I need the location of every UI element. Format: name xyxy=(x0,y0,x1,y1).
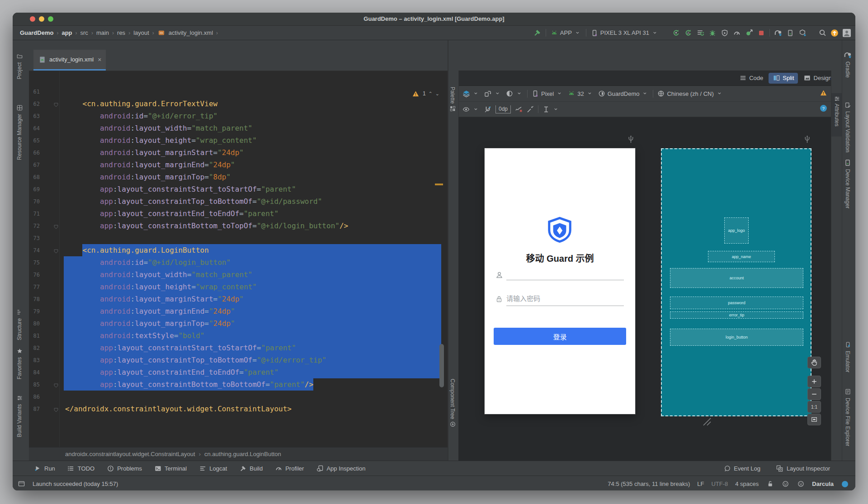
line-ending[interactable]: LF xyxy=(697,480,704,487)
zoom-ratio-button[interactable]: 1:1 xyxy=(807,401,821,413)
view-options-button[interactable] xyxy=(462,105,480,113)
breadcrumb-item-res[interactable]: res xyxy=(117,29,125,36)
zoom-fit-button[interactable] xyxy=(807,414,821,425)
lock-icon[interactable] xyxy=(766,480,774,488)
build-hammer-icon[interactable] xyxy=(533,29,542,37)
toolwindow-layout-inspector[interactable]: Layout Inspector xyxy=(776,464,830,472)
blueprint-error_tip[interactable]: error_tip xyxy=(670,311,803,319)
zoom-in-button[interactable] xyxy=(807,376,821,387)
guidelines-button[interactable] xyxy=(542,105,560,113)
minimize-window-button[interactable] xyxy=(39,16,44,22)
default-margin-select[interactable]: 0dp xyxy=(495,105,511,113)
stop-icon[interactable] xyxy=(757,29,765,37)
tab-attributes[interactable]: Attributes xyxy=(831,93,842,137)
sync-icon[interactable] xyxy=(696,29,704,37)
avatar[interactable] xyxy=(843,29,851,37)
sidebar-item-layout-validation[interactable]: Layout Validation xyxy=(844,101,852,152)
fold-marker-icon[interactable] xyxy=(53,101,59,107)
fold-marker-icon[interactable] xyxy=(53,382,59,387)
tab-palette[interactable]: Palette xyxy=(449,87,456,112)
toolwindow-event-log[interactable]: Event Log xyxy=(723,464,760,472)
toolwindow-build[interactable]: Build xyxy=(239,464,263,472)
clear-constraints-icon[interactable] xyxy=(514,105,523,113)
login-button-preview[interactable]: 登录 xyxy=(494,328,626,345)
toolwindow-profiler[interactable]: Profiler xyxy=(274,464,304,472)
theme-indicator-icon[interactable] xyxy=(841,480,849,488)
feedback-sad-icon[interactable] xyxy=(797,480,805,488)
run-configuration-select[interactable]: APP xyxy=(550,29,582,37)
fold-marker-icon[interactable] xyxy=(53,248,59,253)
device-manager-icon[interactable] xyxy=(786,29,794,37)
attach-debugger-icon[interactable] xyxy=(721,29,729,37)
breadcrumb-item-src[interactable]: src xyxy=(80,29,88,36)
editor-breadcrumb-item[interactable]: cn.authing.guard.LoginButton xyxy=(204,451,281,457)
account-input-underline[interactable] xyxy=(506,280,624,280)
editor-scrollbar-thumb[interactable] xyxy=(439,344,444,387)
blueprint-account[interactable]: account xyxy=(670,268,803,288)
mode-split-button[interactable]: Split xyxy=(769,73,797,84)
sidebar-item-device-file-explorer[interactable]: Device File Explorer xyxy=(844,387,852,446)
design-help[interactable]: ? xyxy=(819,104,827,114)
sidebar-item-resource-manager[interactable]: Resource Manager xyxy=(15,104,24,160)
autoconnect-icon[interactable] xyxy=(484,105,492,113)
blueprint-login_button[interactable]: login_button xyxy=(670,329,803,346)
api-version-select[interactable]: 32 xyxy=(567,89,594,98)
code-editor[interactable]: 1 ⌃ ⌄ 6162 <cn.authing.guard.ErrorTextVi… xyxy=(29,71,448,447)
breadcrumb-item-app[interactable]: app xyxy=(61,29,72,36)
apply-code-changes-icon[interactable]: A xyxy=(684,29,692,37)
feedback-happy-icon[interactable] xyxy=(781,480,789,488)
close-tab-icon[interactable]: × xyxy=(98,56,101,63)
theme-name[interactable]: Darcula xyxy=(812,480,834,487)
sidebar-item-project[interactable]: Project xyxy=(15,52,24,79)
caret-position[interactable]: 74:5 (535 chars, 11 line breaks) xyxy=(608,480,690,487)
infer-constraints-icon[interactable] xyxy=(526,105,534,113)
design-warning[interactable] xyxy=(819,89,827,99)
next-problem-icon[interactable]: ⌄ xyxy=(435,91,439,97)
theme-select[interactable]: GuardDemo xyxy=(598,89,650,98)
editor-breadcrumb-item[interactable]: androidx.constraintlayout.widget.Constra… xyxy=(65,451,195,457)
toolwindow-toggle-icon[interactable] xyxy=(17,480,25,488)
upgrade-assistant-icon[interactable] xyxy=(830,29,839,37)
breadcrumb-item-layout[interactable]: layout xyxy=(133,29,149,36)
editor-breadcrumb[interactable]: androidx.constraintlayout.widget.Constra… xyxy=(29,447,448,461)
design-surface-mode-button[interactable] xyxy=(462,89,480,98)
zoom-out-button[interactable] xyxy=(807,388,821,400)
sidebar-item-device-manager[interactable]: Device Manager xyxy=(844,159,852,208)
blueprint-app_logo[interactable]: app_logo xyxy=(724,217,749,244)
breadcrumb-item-activity_login.xml[interactable]: activity_login.xml xyxy=(169,29,213,36)
toolwindow-problems[interactable]: Problems xyxy=(106,464,142,472)
breadcrumb-item-GuardDemo[interactable]: GuardDemo xyxy=(20,29,53,36)
sidebar-item-gradle[interactable]: Gradle xyxy=(844,51,852,78)
close-window-button[interactable] xyxy=(30,16,35,22)
preview-device-select[interactable]: Pixel xyxy=(531,89,564,98)
search-icon[interactable] xyxy=(818,29,826,37)
toolwindow-app-inspection[interactable]: App Inspection xyxy=(316,464,365,472)
toolwindow-terminal[interactable]: Terminal xyxy=(154,464,187,472)
blueprint-app_name[interactable]: app_name xyxy=(708,251,775,262)
fold-marker-icon[interactable] xyxy=(53,406,59,412)
night-mode-button[interactable] xyxy=(505,89,524,98)
breadcrumb-item-main[interactable]: main xyxy=(96,29,109,36)
fold-marker-icon[interactable] xyxy=(53,223,59,229)
warning-stripe-mark[interactable] xyxy=(435,184,443,185)
locale-select[interactable]: Chinese (zh / CN) xyxy=(657,89,723,98)
mode-design-button[interactable]: Design xyxy=(800,73,835,84)
mode-code-button[interactable]: Code xyxy=(735,73,767,84)
inspection-widget[interactable]: 1 ⌃ ⌄ xyxy=(412,89,439,98)
sidebar-item-favorites[interactable]: Favorites xyxy=(15,347,24,379)
sidebar-item-structure[interactable]: Structure xyxy=(15,308,24,340)
toolwindow-todo[interactable]: TODO xyxy=(67,464,94,472)
profile-app-icon[interactable] xyxy=(745,29,753,37)
editor-tab[interactable]: activity_login.xml × xyxy=(33,50,106,71)
blueprint-password[interactable]: password xyxy=(670,297,803,309)
toolwindow-run[interactable]: Run xyxy=(33,464,55,472)
indent-setting[interactable]: 4 spaces xyxy=(735,480,759,487)
password-input-underline[interactable] xyxy=(506,306,624,306)
zoom-window-button[interactable] xyxy=(48,16,53,22)
blueprint-preview-phone[interactable]: app_logoapp_nameaccountpassworderror_tip… xyxy=(661,148,811,416)
debug-icon[interactable] xyxy=(708,29,717,37)
toolwindow-logcat[interactable]: Logcat xyxy=(198,464,227,472)
device-select[interactable]: PIXEL 3 XL API 31 xyxy=(590,29,659,37)
apply-changes-restart-icon[interactable] xyxy=(672,29,680,37)
sidebar-item-emulator[interactable]: Emulator xyxy=(844,340,852,372)
